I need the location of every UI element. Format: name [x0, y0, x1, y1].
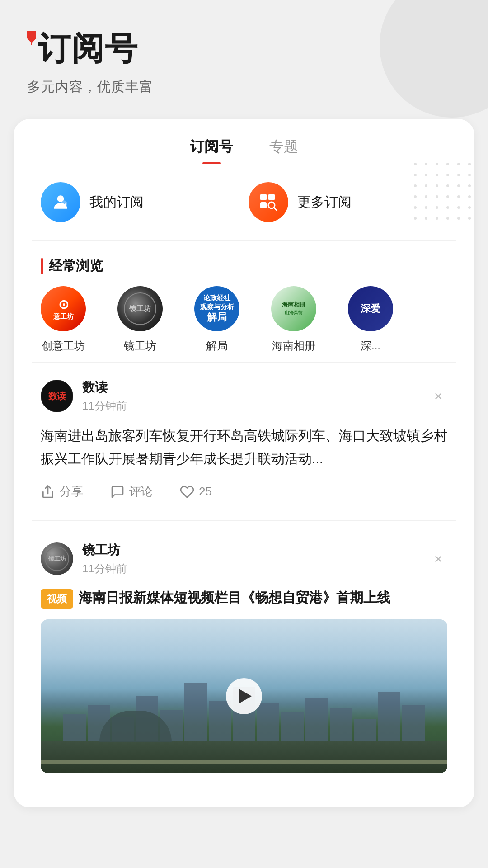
mirror-avatar-icon: 镜工坊 [117, 286, 163, 331]
comment-icon [110, 485, 125, 499]
video-title-2: 视频海南日报新媒体短视频栏目《畅想自贸港》首期上线 [41, 587, 447, 609]
news-source-name-2: 镜工坊 [82, 542, 127, 559]
news-item-1: 数读 数读 11分钟前 × 海南进出岛旅客列车恢复开行环岛高铁城际列车、海口大致… [14, 363, 474, 516]
hainan-avatar-icon: 海南相册 山海风情 [271, 286, 316, 331]
hainan-name: 海南相册 [272, 339, 315, 353]
grid-search-icon-svg [258, 192, 278, 212]
browse-item-mirror[interactable]: 镜工坊 镜工坊 [108, 286, 172, 353]
svg-rect-3 [268, 194, 275, 200]
svg-rect-2 [260, 194, 267, 200]
close-button-1[interactable]: × [429, 387, 447, 405]
browse-item-jieju[interactable]: 论政经社观察与分析解局 解局 [185, 286, 249, 353]
more-subscription-label: 更多订阅 [297, 193, 352, 212]
shdu-avatar: 数读 [41, 380, 73, 412]
my-subscription-icon [41, 182, 80, 222]
user-icon-svg [51, 192, 70, 212]
heart-icon [180, 485, 194, 499]
news-actions-1: 分享 评论 25 [41, 484, 447, 500]
main-card: 订阅号 专题 我的订阅 [14, 119, 474, 807]
my-subscription-label: 我的订阅 [89, 193, 144, 212]
news-header-2: 镜工坊 镜工坊 11分钟前 × [41, 542, 447, 576]
subtitle-text: 多元内容，优质丰富 [27, 78, 461, 96]
shen-avatar-icon: 深爱 [348, 286, 393, 331]
page-title: 订阅号 [27, 27, 461, 71]
news-source-info-2: 镜工坊 11分钟前 [82, 542, 127, 576]
play-button[interactable] [226, 678, 262, 714]
creative-name: 创意工坊 [42, 339, 85, 353]
svg-line-6 [274, 208, 277, 210]
jieju-avatar-icon: 论政经社观察与分析解局 [194, 286, 239, 331]
news-time-2: 11分钟前 [82, 561, 127, 576]
share-button-1[interactable]: 分享 [41, 484, 83, 500]
news-source-name-1: 数读 [82, 379, 127, 396]
road-area [41, 741, 447, 773]
news-item-2: 镜工坊 镜工坊 11分钟前 × 视频海南日报新媒体短视频栏目《畅想自贸港》首期上… [14, 525, 474, 789]
like-count-1: 25 [199, 485, 212, 499]
frequently-browsed-header: 经常浏览 [14, 241, 474, 286]
comment-label-1: 评论 [129, 484, 153, 500]
close-button-2[interactable]: × [429, 550, 447, 568]
like-button-1[interactable]: 25 [180, 485, 212, 499]
creative-avatar: ⊙ 意工坊 [41, 286, 86, 331]
quick-actions-row: 我的订阅 更多订阅 [14, 164, 474, 240]
more-subscription-icon [249, 182, 288, 222]
browse-list: ⊙ 意工坊 创意工坊 镜工坊 镜工坊 论政经社观察与分析解局 解局 海南相册 [14, 286, 474, 362]
mirror-name: 镜工坊 [124, 339, 156, 353]
divider-3 [32, 520, 456, 521]
video-thumbnail[interactable] [41, 619, 447, 773]
video-tag-2: 视频 [41, 589, 73, 609]
tab-subscription[interactable]: 订阅号 [190, 137, 233, 164]
browse-item-shen[interactable]: 深爱 深... [339, 286, 402, 353]
flag-icon [27, 31, 36, 45]
jgf-avatar: 镜工坊 [41, 542, 73, 575]
news-content-1: 海南进出岛旅客列车恢复开行环岛高铁城际列车、海口大致坡镇乡村振兴工作队开展暑期青… [41, 424, 447, 470]
section-indicator [41, 258, 43, 274]
comment-button-1[interactable]: 评论 [110, 484, 153, 500]
news-header-1: 数读 数读 11分钟前 × [41, 379, 447, 413]
my-subscription-button[interactable]: 我的订阅 [41, 182, 239, 222]
tab-special-topic[interactable]: 专题 [269, 137, 298, 164]
video-title-text-2: 海南日报新媒体短视频栏目《畅想自贸港》首期上线 [79, 590, 390, 605]
share-icon [41, 485, 55, 499]
page-header: 订阅号 多元内容，优质丰富 [0, 0, 488, 105]
tab-bar: 订阅号 专题 [14, 119, 474, 164]
news-time-1: 11分钟前 [82, 399, 127, 413]
news-source-1: 数读 数读 11分钟前 [41, 379, 127, 413]
more-subscription-button[interactable]: 更多订阅 [249, 182, 447, 222]
news-source-2: 镜工坊 镜工坊 11分钟前 [41, 542, 127, 576]
jieju-name: 解局 [206, 339, 228, 353]
news-source-info-1: 数读 11分钟前 [82, 379, 127, 413]
share-label-1: 分享 [60, 484, 83, 500]
browse-item-hainan[interactable]: 海南相册 山海风情 海南相册 [262, 286, 325, 353]
title-text: 订阅号 [38, 27, 138, 71]
section-title: 经常浏览 [49, 257, 103, 275]
shen-name: 深... [361, 339, 380, 353]
svg-rect-4 [260, 202, 267, 208]
browse-item-creative[interactable]: ⊙ 意工坊 创意工坊 [32, 286, 95, 353]
